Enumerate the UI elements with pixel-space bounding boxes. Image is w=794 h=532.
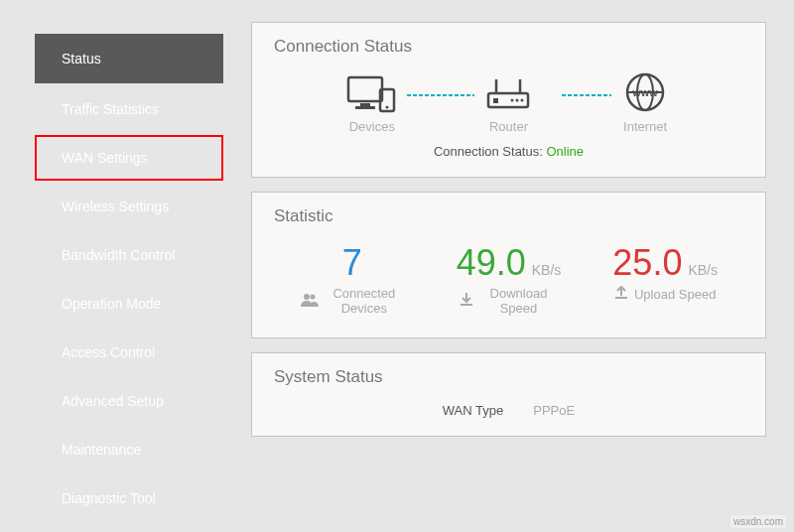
stat-label: Download Speed bbox=[479, 286, 559, 316]
router-label: Router bbox=[489, 119, 528, 134]
connection-diagram: Devices Router WWW Internet bbox=[274, 72, 743, 134]
svg-rect-6 bbox=[493, 98, 498, 103]
connected-devices-stat: 7 Connected Devices bbox=[274, 242, 431, 316]
stat-value: 7 bbox=[342, 242, 362, 284]
sidebar-item-bandwidth-control[interactable]: Bandwidth Control bbox=[35, 232, 223, 278]
statistic-panel: Statistic 7 Connected Devices 49.0KB/s D… bbox=[251, 192, 766, 338]
sidebar-item-operation-mode[interactable]: Operation Mode bbox=[35, 281, 223, 327]
system-status-panel: System Status WAN Type PPPoE bbox=[251, 352, 766, 437]
svg-rect-2 bbox=[355, 106, 375, 109]
stat-label: Upload Speed bbox=[634, 287, 716, 302]
stat-value: 25.0 bbox=[612, 242, 682, 284]
download-speed-stat: 49.0KB/s Download Speed bbox=[431, 242, 588, 316]
watermark: wsxdn.com bbox=[730, 515, 786, 528]
sidebar-item-status[interactable]: Status bbox=[35, 34, 223, 83]
stat-value: 49.0 bbox=[457, 242, 526, 284]
internet-node: WWW Internet bbox=[611, 73, 679, 134]
sidebar-item-label: WAN Settings bbox=[62, 150, 148, 166]
devices-label: Devices bbox=[349, 119, 395, 134]
stat-unit: KB/s bbox=[688, 262, 718, 278]
sidebar-item-label: Bandwidth Control bbox=[62, 247, 175, 263]
sidebar-item-label: Maintenance bbox=[62, 442, 141, 458]
wan-type-label: WAN Type bbox=[443, 403, 503, 418]
svg-rect-0 bbox=[348, 77, 382, 101]
sidebar-item-wireless-settings[interactable]: Wireless Settings bbox=[35, 184, 223, 229]
svg-rect-18 bbox=[461, 304, 472, 306]
panel-title: Statistic bbox=[274, 206, 743, 226]
internet-label: Internet bbox=[623, 119, 667, 134]
svg-point-7 bbox=[511, 99, 514, 102]
panel-title: System Status bbox=[274, 367, 743, 387]
stat-unit: KB/s bbox=[532, 262, 562, 278]
main-content: Connection Status Devices Router bbox=[223, 0, 794, 532]
sidebar-item-wan-settings[interactable]: WAN Settings bbox=[35, 135, 223, 181]
internet-icon: WWW bbox=[619, 73, 671, 113]
svg-point-17 bbox=[310, 294, 315, 299]
devices-icon bbox=[346, 73, 398, 113]
sidebar-item-traffic-statistics[interactable]: Traffic Statistics bbox=[35, 86, 223, 132]
connection-status-value: Online bbox=[546, 144, 584, 159]
sidebar-item-label: Access Control bbox=[62, 344, 155, 360]
sidebar-item-diagnostic-tool[interactable]: Diagnostic Tool bbox=[35, 475, 223, 521]
sidebar-item-label: Status bbox=[62, 51, 101, 66]
svg-rect-1 bbox=[360, 103, 370, 106]
sidebar-item-access-control[interactable]: Access Control bbox=[35, 330, 223, 375]
wan-type-value: PPPoE bbox=[533, 403, 575, 418]
sidebar-item-maintenance[interactable]: Maintenance bbox=[35, 427, 223, 472]
connection-status-label: Connection Status: bbox=[434, 144, 543, 159]
connection-status-panel: Connection Status Devices Router bbox=[251, 22, 766, 178]
router-icon bbox=[482, 73, 534, 113]
svg-point-8 bbox=[516, 99, 519, 102]
stat-label: Connected Devices bbox=[325, 286, 404, 316]
sidebar-item-label: Operation Mode bbox=[62, 296, 161, 312]
svg-point-16 bbox=[304, 294, 310, 300]
stats-row: 7 Connected Devices 49.0KB/s Download Sp… bbox=[274, 242, 743, 316]
panel-title: Connection Status bbox=[274, 37, 743, 57]
upload-speed-stat: 25.0KB/s Upload Speed bbox=[587, 242, 743, 316]
system-row: WAN Type PPPoE bbox=[274, 403, 743, 418]
sidebar: Status Traffic Statistics WAN Settings W… bbox=[0, 0, 223, 532]
connection-status-row: Connection Status: Online bbox=[274, 144, 743, 159]
router-node: Router bbox=[474, 73, 542, 134]
svg-point-9 bbox=[521, 99, 524, 102]
sidebar-item-label: Diagnostic Tool bbox=[62, 490, 156, 506]
devices-node: Devices bbox=[338, 73, 406, 134]
svg-text:WWW: WWW bbox=[632, 88, 658, 98]
svg-rect-19 bbox=[615, 297, 627, 299]
download-icon bbox=[460, 293, 473, 310]
people-icon bbox=[301, 293, 319, 310]
sidebar-item-advanced-setup[interactable]: Advanced Setup bbox=[35, 378, 223, 424]
sidebar-item-label: Advanced Setup bbox=[62, 393, 164, 409]
upload-icon bbox=[614, 286, 628, 303]
svg-point-4 bbox=[385, 106, 388, 109]
sidebar-item-label: Wireless Settings bbox=[62, 199, 169, 214]
sidebar-item-label: Traffic Statistics bbox=[62, 101, 159, 117]
